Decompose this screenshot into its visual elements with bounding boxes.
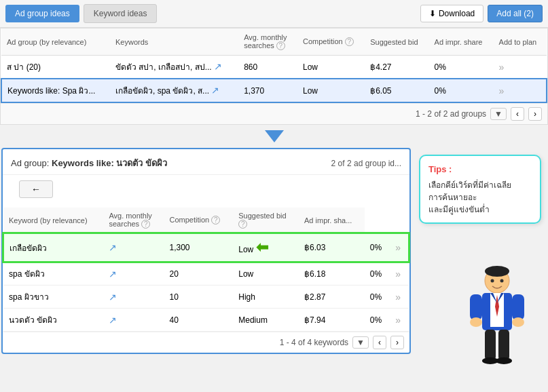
next-page2-button[interactable]: ›	[390, 336, 404, 349]
cell-bid: ฿2.87	[299, 286, 365, 309]
cell-avg: 40	[164, 309, 233, 332]
tab-adgroup[interactable]: Ad group ideas	[5, 5, 79, 22]
cell-addplan[interactable]: »	[390, 309, 409, 332]
cell-trend[interactable]: ↗	[103, 309, 164, 332]
keyword-row: นวดตัว ขัดผิว ↗ 40 Medium ฿7.94 0% »	[3, 309, 409, 332]
tips-person-illustration	[456, 266, 545, 361]
col-avg: Avg. monthlysearches ?	[238, 28, 297, 56]
col-competition: Competition ?	[297, 28, 365, 56]
cell-keyword: เกลือขัดผิว	[3, 233, 103, 262]
cell-bid: ฿6.18	[299, 262, 365, 286]
bottom-pagination-text: 1 - 4 of 4 keywords	[280, 338, 348, 347]
cell-comp: High	[233, 286, 299, 309]
svg-point-12	[496, 357, 512, 364]
cell-addplan[interactable]: »	[390, 286, 409, 309]
cell-keywords: เกลือขัดผิว, spa ขัดผิว, ส... ↗	[110, 79, 238, 102]
prev-page2-button[interactable]: ‹	[373, 336, 386, 349]
trend-icon[interactable]: ↗	[214, 61, 222, 72]
group-count: 2 of 2 ad group id...	[331, 159, 401, 168]
cell-keyword: spa ขัดผิว	[3, 262, 103, 286]
chevron-icon[interactable]: »	[499, 62, 505, 73]
page-dropdown-icon[interactable]: ▼	[490, 108, 507, 120]
green-arrow-icon: ⬅	[256, 239, 268, 256]
competition-info-icon[interactable]: ?	[345, 37, 354, 46]
cell-comp: Medium	[233, 309, 299, 332]
avg-info-icon[interactable]: ?	[276, 41, 285, 50]
person-svg	[456, 266, 538, 368]
keyword-row: spa ขัดผิว ↗ 20 Low ฿6.18 0% »	[3, 262, 409, 286]
bid-info-icon[interactable]: ?	[238, 220, 247, 229]
bottom-panel-container: Ad group: Keywords like: นวดตัว ขัดผิว 2…	[0, 148, 412, 354]
back-btn-wrap: ←	[3, 175, 409, 208]
cell-impr: 0%	[429, 56, 494, 79]
svg-rect-9	[485, 330, 496, 360]
top-bar: Ad group ideas Keyword ideas ⬇ Download …	[0, 0, 548, 28]
col-ad-impr: Ad impr. sha...	[299, 208, 365, 233]
download-button[interactable]: ⬇ Download	[420, 5, 483, 22]
cell-addplan[interactable]: »	[494, 56, 547, 79]
back-button[interactable]: ←	[19, 180, 53, 198]
cell-keyword: spa ผิวขาว	[3, 286, 103, 309]
cell-bid: ฿6.05	[365, 79, 428, 102]
cell-addplan[interactable]: »	[494, 79, 547, 102]
cell-avg: 20	[164, 262, 233, 286]
table-row: ส ปา (20) ขัดตัว สปา, เกลือสปา, สป... ↗ …	[1, 56, 547, 79]
col-bid: Suggested bid	[365, 28, 428, 56]
arrow-connector	[0, 125, 548, 148]
cell-impr: 0%	[365, 286, 390, 309]
prev-page-button[interactable]: ‹	[511, 107, 524, 121]
chevron-icon[interactable]: »	[499, 85, 505, 96]
svg-rect-6	[512, 294, 524, 320]
cell-keyword: นวดตัว ขัดผิว	[3, 309, 103, 332]
col-adgroup: Ad group (by relevance)	[1, 28, 110, 56]
cell-trend[interactable]: ↗	[103, 286, 164, 309]
cell-competition: Low	[297, 79, 365, 102]
cell-avg: 860	[238, 56, 297, 79]
main-container: Ad group ideas Keyword ideas ⬇ Download …	[0, 0, 548, 354]
cell-adgroup: Keywords like: Spa ผิว...	[1, 79, 110, 102]
add-all-button[interactable]: Add all (2)	[488, 5, 543, 22]
cell-trend[interactable]: ↗	[103, 262, 164, 286]
cell-addplan[interactable]: »	[390, 262, 409, 286]
table-row-highlighted: Keywords like: Spa ผิว... เกลือขัดผิว, s…	[1, 79, 547, 102]
cell-avg: 1,370	[238, 79, 297, 102]
page2-dropdown-icon[interactable]: ▼	[352, 336, 369, 349]
cell-comp: Low ⬅	[233, 233, 299, 262]
keyword-row: เกลือขัดผิว ↗ 1,300 Low ⬅ ฿6.03 0% »	[3, 233, 409, 262]
trend-icon[interactable]: ↗	[211, 85, 219, 96]
cell-bid: ฿4.27	[365, 56, 428, 79]
cell-impr: 0%	[365, 309, 390, 332]
cell-addplan[interactable]: »	[390, 233, 409, 262]
col-competition: Competition ?	[164, 208, 233, 233]
svg-rect-10	[498, 330, 509, 360]
adgroup-label: Ad group: Keywords like: นวดตัว ขัดผิว	[11, 156, 167, 170]
next-page-button[interactable]: ›	[528, 107, 542, 121]
cell-avg: 1,300	[164, 233, 233, 262]
cell-trend[interactable]: ↗	[103, 233, 164, 262]
keyword-table: Keyword (by relevance) Avg. monthlysearc…	[3, 208, 409, 332]
cell-impr: 0%	[365, 262, 390, 286]
cell-impr: 0%	[429, 79, 494, 102]
cell-comp: Low	[233, 262, 299, 286]
svg-rect-5	[470, 294, 482, 320]
cell-bid: ฿7.94	[299, 309, 365, 332]
cell-impr: 0%	[365, 233, 390, 262]
top-bar-actions: ⬇ Download Add all (2)	[420, 5, 543, 22]
col-addplan: Add to plan	[494, 28, 547, 56]
keyword-row: spa ผิวขาว ↗ 10 High ฿2.87 0% »	[3, 286, 409, 309]
col-keyword: Keyword (by relevance)	[3, 208, 103, 233]
avg-monthly-info-icon[interactable]: ?	[141, 220, 150, 229]
cell-adgroup: ส ปา (20)	[1, 56, 110, 79]
bottom-panel: Ad group: Keywords like: นวดตัว ขัดผิว 2…	[1, 148, 411, 354]
competition2-info-icon[interactable]: ?	[211, 216, 220, 224]
svg-point-1	[485, 266, 509, 277]
down-arrow-icon	[265, 130, 284, 142]
pagination-text: 1 - 2 of 2 ad groups	[416, 109, 486, 119]
bottom-panel-header: Ad group: Keywords like: นวดตัว ขัดผิว 2…	[3, 149, 409, 175]
tab-keyword[interactable]: Keyword ideas	[84, 4, 158, 23]
svg-point-7	[470, 317, 482, 327]
top-table-wrapper: Ad group (by relevance) Keywords Avg. mo…	[0, 28, 548, 125]
cell-competition: Low	[297, 56, 365, 79]
col-keywords: Keywords	[110, 28, 238, 56]
col-avg-monthly: Avg. monthlysearches ?	[103, 208, 164, 233]
